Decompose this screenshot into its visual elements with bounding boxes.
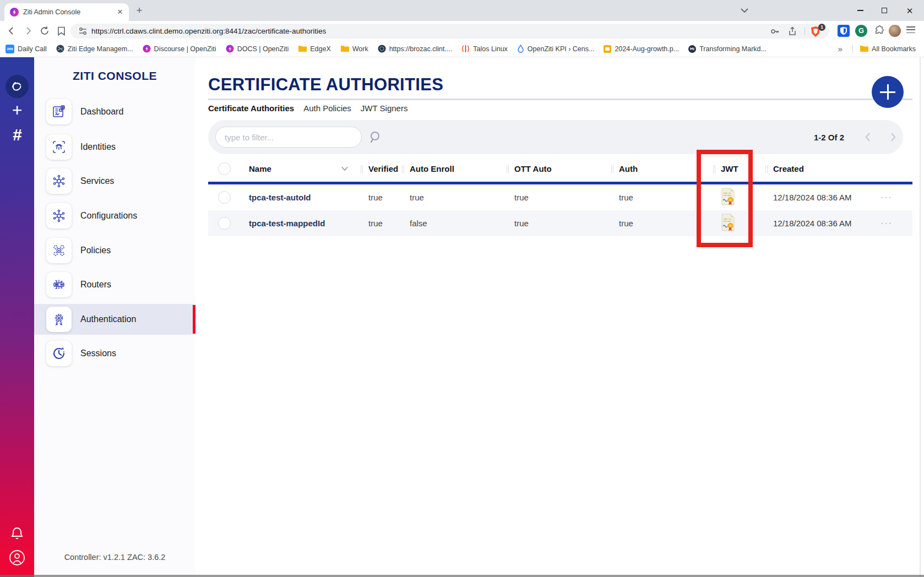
- openziti-icon: [143, 45, 151, 53]
- grammarly-extension-icon[interactable]: G: [855, 25, 867, 37]
- globe-dark-icon: [56, 45, 64, 53]
- tab-certificate-authorities[interactable]: Certificate Authorities: [208, 104, 294, 113]
- configurations-icon: [52, 209, 66, 223]
- browser-toolbar: https://ctrl.cdaws.clint.demo.openziti.o…: [0, 21, 924, 41]
- sidebar: ZITI CONSOLE Dashboard Identities: [34, 57, 195, 577]
- dark-circle-icon: [688, 45, 696, 53]
- globe-dark-icon: [378, 45, 386, 53]
- bookmark-brozac[interactable]: https://brozac.clint....: [378, 45, 453, 53]
- row-checkbox[interactable]: [218, 191, 231, 204]
- bookmark-discourse-openziti[interactable]: Discourse | OpenZiti: [143, 45, 216, 53]
- ott-auto-value: true: [507, 219, 611, 228]
- sidebar-item-configurations[interactable]: Configurations: [34, 200, 195, 231]
- rail-hash-button[interactable]: #: [0, 126, 34, 144]
- bookmarks-overflow-chevrons[interactable]: »: [838, 44, 843, 53]
- bookmark-transforming-markd[interactable]: Transforming Markd...: [688, 45, 767, 53]
- column-header-auth[interactable]: Auth: [611, 164, 713, 173]
- sidebar-item-identities[interactable]: Identities: [34, 132, 195, 162]
- bookmark-talos-linux[interactable]: Talos Linux: [461, 45, 508, 53]
- rail-add-button[interactable]: +: [0, 102, 34, 118]
- url-text[interactable]: https://ctrl.cdaws.clint.demo.openziti.o…: [91, 27, 326, 35]
- profile-icon[interactable]: [0, 549, 34, 566]
- window-minimize-button[interactable]: [847, 0, 873, 21]
- row-actions-button[interactable]: ···: [876, 193, 912, 202]
- app-title: ZITI CONSOLE: [34, 69, 195, 83]
- site-settings-icon[interactable]: [78, 26, 88, 36]
- sort-chevron-icon[interactable]: [341, 166, 349, 171]
- bitwarden-extension-icon[interactable]: [838, 25, 850, 39]
- shield-badge: 1: [818, 24, 825, 31]
- bookmark-ziti-edge[interactable]: Ziti Edge Managem...: [56, 45, 133, 53]
- brave-shield-icon[interactable]: 1: [811, 26, 822, 37]
- window-close-button[interactable]: ✕: [897, 0, 922, 21]
- new-tab-button[interactable]: +: [133, 5, 145, 17]
- column-header-created[interactable]: Created: [765, 164, 876, 173]
- table-row[interactable]: tpca-test-mappedId true false true true: [208, 210, 912, 236]
- tab-strip: Ziti Admin Console ✕ + ✕: [0, 0, 924, 21]
- sidebar-item-authentication[interactable]: Authentication: [34, 304, 195, 335]
- bookmark-2024-aug-growth[interactable]: 2024-Aug-growth.p...: [604, 45, 679, 53]
- address-bar[interactable]: https://ctrl.cdaws.clint.demo.openziti.o…: [70, 24, 829, 39]
- all-bookmarks-button[interactable]: All Bookmarks: [860, 45, 916, 53]
- add-certificate-authority-button[interactable]: [872, 76, 904, 108]
- ott-auto-value: true: [507, 193, 611, 202]
- column-header-jwt[interactable]: JWT: [713, 164, 765, 173]
- column-header-ott-auto[interactable]: OTT Auto: [507, 164, 611, 173]
- sidebar-item-dashboard[interactable]: Dashboard: [34, 96, 195, 127]
- search-icon[interactable]: [368, 130, 383, 144]
- bookmark-list-icon[interactable]: [55, 25, 67, 37]
- pagination-prev-icon[interactable]: [863, 132, 872, 143]
- notifications-bell-icon[interactable]: [0, 526, 34, 541]
- reload-button[interactable]: [39, 25, 51, 37]
- services-network-icon: [52, 174, 66, 188]
- fingerprint-icon: [52, 140, 66, 154]
- version-footer: Controller: v1.2.1 ZAC: 3.6.2: [34, 553, 195, 562]
- select-all-checkbox[interactable]: [218, 162, 231, 175]
- ca-name[interactable]: tpca-test-autoId: [237, 193, 361, 202]
- profile-avatar[interactable]: [889, 25, 901, 37]
- ziti-logo-icon[interactable]: [6, 75, 29, 98]
- divider: [852, 45, 853, 53]
- row-checkbox[interactable]: [218, 217, 231, 230]
- column-header-verified[interactable]: Verified: [361, 164, 402, 173]
- bookmark-edgex[interactable]: EdgeX: [298, 45, 331, 53]
- back-button[interactable]: [6, 25, 18, 37]
- tab-jwt-signers[interactable]: JWT Signers: [361, 104, 408, 113]
- sidebar-item-sessions[interactable]: Sessions: [34, 338, 195, 369]
- column-header-auto-enroll[interactable]: Auto Enroll: [402, 164, 507, 173]
- bookmark-openziti-kpi[interactable]: OpenZiti KPI › Cens...: [517, 45, 595, 53]
- pagination-label: 1-2 Of 2: [814, 120, 844, 154]
- table-row[interactable]: tpca-test-autoId true true true true: [208, 184, 912, 210]
- filter-input[interactable]: [215, 127, 362, 148]
- sidebar-item-services[interactable]: Services: [34, 166, 195, 197]
- column-header-name[interactable]: Name: [237, 164, 361, 173]
- divider: [805, 27, 805, 35]
- password-key-icon[interactable]: [770, 26, 780, 36]
- zac-app: + # ZITI CONSOLE Dashboard: [0, 57, 924, 577]
- auth-value: true: [611, 193, 713, 202]
- row-actions-button[interactable]: ···: [876, 219, 912, 228]
- share-icon[interactable]: [787, 26, 797, 36]
- bookmark-work[interactable]: Work: [340, 45, 368, 53]
- openziti-icon: [226, 45, 234, 53]
- bookmark-docs-openziti[interactable]: DOCS | OpenZiti: [226, 45, 289, 53]
- extensions-puzzle-icon[interactable]: [873, 25, 885, 39]
- browser-tab[interactable]: Ziti Admin Console ✕: [4, 3, 129, 21]
- pagination-next-icon[interactable]: [889, 132, 898, 143]
- ca-name[interactable]: tpca-test-mappedId: [237, 219, 361, 228]
- tab-close-icon[interactable]: ✕: [116, 8, 124, 17]
- sidebar-item-routers[interactable]: Routers: [34, 269, 195, 300]
- forward-button[interactable]: [22, 25, 34, 37]
- folder-icon: [298, 45, 307, 52]
- jwt-certificate-icon[interactable]: [721, 188, 735, 205]
- tab-search-chevron-icon[interactable]: [740, 7, 749, 14]
- jwt-certificate-icon[interactable]: [721, 214, 735, 231]
- created-value: 12/18/2024 08:36 AM: [765, 219, 876, 228]
- menu-hamburger-icon[interactable]: [906, 26, 915, 33]
- tab-title: Ziti Admin Console: [23, 8, 116, 16]
- tab-auth-policies[interactable]: Auth Policies: [303, 104, 351, 113]
- sidebar-item-policies[interactable]: Policies: [34, 235, 195, 266]
- table-header: Name Verified Auto Enroll OTT Auto Auth …: [208, 156, 912, 182]
- window-maximize-button[interactable]: [872, 0, 897, 21]
- bookmark-daily-call[interactable]: zm Daily Call: [6, 45, 47, 53]
